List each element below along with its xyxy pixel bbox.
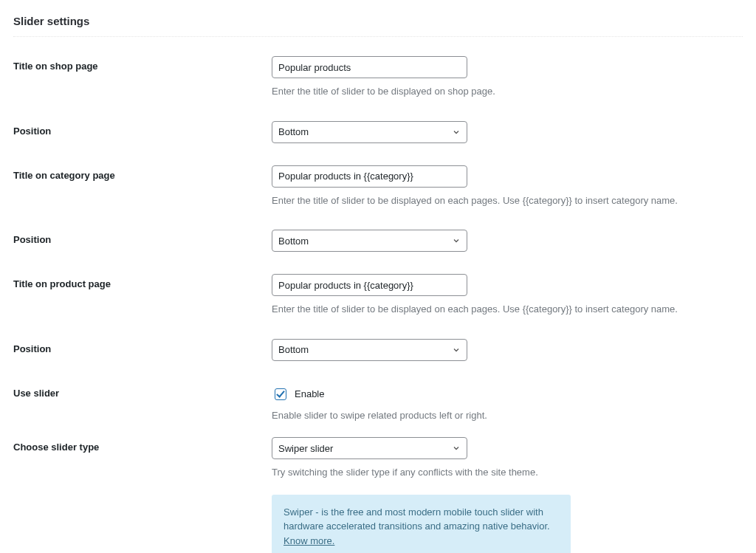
desc-title-shop: Enter the title of slider to be displaye… <box>272 84 743 99</box>
row-position-product: Position Bottom <box>13 339 743 361</box>
slider-settings-page: Slider settings Title on shop page Enter… <box>0 0 756 553</box>
row-info: Swiper - is the free and most modern mob… <box>13 495 743 554</box>
label-slider-type: Choose slider type <box>13 437 272 453</box>
info-box: Swiper - is the free and most modern mob… <box>272 495 571 554</box>
row-position-category: Position Bottom <box>13 230 743 252</box>
label-position-product: Position <box>13 339 272 354</box>
label-use-slider: Use slider <box>13 383 272 399</box>
select-slider-type[interactable]: Swiper slider <box>272 437 467 459</box>
row-title-category: Title on category page Enter the title o… <box>13 165 743 208</box>
desc-title-category: Enter the title of slider to be displaye… <box>272 193 743 208</box>
chevron-down-icon <box>452 236 461 245</box>
info-link[interactable]: Know more. <box>284 535 334 546</box>
select-slider-type-value: Swiper slider <box>278 443 333 454</box>
input-title-category[interactable] <box>272 165 467 188</box>
row-position-shop: Position Bottom <box>13 121 743 143</box>
label-title-product: Title on product page <box>13 274 272 289</box>
row-use-slider: Use slider Enable Enable slider to swipe… <box>13 383 743 423</box>
desc-title-product: Enter the title of slider to be displaye… <box>272 302 743 317</box>
chevron-down-icon <box>452 128 461 137</box>
input-title-shop[interactable] <box>272 56 467 78</box>
select-position-product[interactable]: Bottom <box>272 339 467 361</box>
section-title: Slider settings <box>13 15 743 27</box>
select-position-shop[interactable]: Bottom <box>272 121 467 143</box>
checkbox-use-slider-label: Enable <box>295 388 324 399</box>
row-title-product: Title on product page Enter the title of… <box>13 274 743 317</box>
chevron-down-icon <box>452 444 461 453</box>
input-title-product[interactable] <box>272 274 467 296</box>
select-position-category[interactable]: Bottom <box>272 230 467 252</box>
checkbox-use-slider[interactable] <box>275 388 286 400</box>
divider <box>13 36 743 37</box>
label-position-shop: Position <box>13 121 272 137</box>
desc-use-slider: Enable slider to swipe related products … <box>272 408 743 423</box>
select-position-shop-value: Bottom <box>278 126 309 137</box>
desc-slider-type: Try switching the slider type if any con… <box>272 465 743 480</box>
row-slider-type: Choose slider type Swiper slider Try swi… <box>13 437 743 480</box>
label-position-category: Position <box>13 230 272 245</box>
select-position-product-value: Bottom <box>278 344 309 355</box>
label-title-shop: Title on shop page <box>13 56 272 72</box>
info-text: Swiper - is the free and most modern mob… <box>284 506 550 532</box>
chevron-down-icon <box>452 346 461 354</box>
select-position-category-value: Bottom <box>278 236 309 247</box>
row-title-shop: Title on shop page Enter the title of sl… <box>13 56 743 99</box>
label-title-category: Title on category page <box>13 165 272 181</box>
